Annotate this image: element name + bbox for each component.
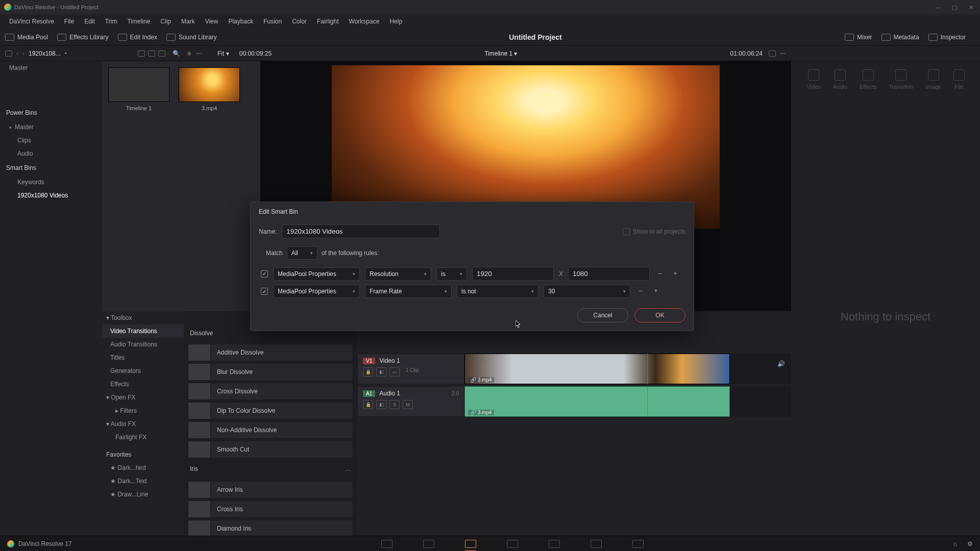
- playhead[interactable]: [647, 386, 648, 417]
- search-icon[interactable]: 🔍: [173, 50, 180, 57]
- nav-cut-page[interactable]: [423, 540, 434, 548]
- fit-dropdown[interactable]: Fit ▾: [217, 50, 229, 57]
- speaker-icon[interactable]: 🔊: [777, 360, 785, 367]
- nav-back-icon[interactable]: ‹: [16, 50, 18, 57]
- edit-index-toggle[interactable]: Edit Index: [118, 34, 157, 41]
- smart-bin-980x551[interactable]: 980x551 Videos: [0, 189, 102, 202]
- menu-trim[interactable]: Trim: [100, 18, 122, 25]
- rule-group-select[interactable]: MediaPool Properties: [273, 267, 360, 281]
- timeline-name[interactable]: Timeline 1 ▾: [272, 50, 730, 57]
- video-clip[interactable]: 🔗 3.mp4: [464, 354, 730, 384]
- rule-group-select[interactable]: MediaPool Properties: [273, 285, 360, 298]
- track-enable-icon[interactable]: ▭: [389, 367, 400, 377]
- toolbox-effects[interactable]: Effects: [102, 378, 184, 391]
- nav-color-page[interactable]: [549, 540, 560, 548]
- home-icon[interactable]: ⌂: [953, 540, 957, 547]
- bin-master[interactable]: Master: [0, 61, 102, 74]
- menu-view[interactable]: View: [200, 18, 224, 25]
- toolbox-filters[interactable]: ▸ Filters: [102, 404, 184, 417]
- rule-field-select[interactable]: Frame Rate: [365, 285, 452, 298]
- audio-track-lane[interactable]: 🔗 3.mp4: [464, 386, 791, 417]
- toolbox-video-transitions[interactable]: Video Transitions: [102, 324, 184, 338]
- auto-select-icon[interactable]: ◧: [376, 367, 386, 377]
- metadata-toggle[interactable]: Metadata: [881, 34, 919, 41]
- pool-item-timeline[interactable]: Timeline 1: [108, 67, 169, 147]
- video-track-lane[interactable]: 🔗 3.mp4: [464, 354, 791, 384]
- favorite-item[interactable]: ★ Draw...Line: [102, 488, 184, 501]
- menu-playback[interactable]: Playback: [223, 18, 258, 25]
- remove-rule-button[interactable]: –: [635, 286, 646, 296]
- fx-arrow-iris[interactable]: Arrow Iris: [188, 481, 353, 498]
- audio-track-header[interactable]: A1Audio 12.0 🔒 ◧ S M: [357, 386, 464, 417]
- favorite-item[interactable]: ★ Dark...hird: [102, 461, 184, 474]
- playhead[interactable]: [647, 354, 648, 384]
- minimize-button[interactable]: —: [933, 2, 943, 12]
- power-bin-audio[interactable]: Audio: [0, 147, 102, 160]
- maximize-button[interactable]: ▢: [949, 2, 960, 12]
- rule-field-select[interactable]: Resolution: [365, 267, 431, 281]
- rule-op-select[interactable]: is: [436, 267, 467, 281]
- collapse-icon[interactable]: ︿: [345, 465, 351, 474]
- close-button[interactable]: ✕: [966, 2, 976, 12]
- effects-library-toggle[interactable]: Effects Library: [57, 34, 108, 41]
- menu-edit[interactable]: Edit: [79, 18, 100, 25]
- power-bin-master[interactable]: Master: [0, 120, 102, 134]
- inspector-tab-file[interactable]: File: [953, 69, 965, 90]
- mute-button[interactable]: M: [403, 400, 413, 409]
- viewer-more-icon[interactable]: ⋯: [780, 50, 786, 57]
- toolbox-titles[interactable]: Titles: [102, 351, 184, 364]
- lock-icon[interactable]: 🔒: [363, 367, 373, 377]
- match-mode-select[interactable]: All: [287, 246, 317, 260]
- nav-deliver-page[interactable]: [632, 540, 644, 548]
- fx-smooth-cut[interactable]: Smooth Cut: [188, 441, 353, 458]
- smart-bin-keywords[interactable]: Keywords: [0, 176, 102, 189]
- more-icon[interactable]: ⋯: [196, 50, 202, 57]
- menu-fusion[interactable]: Fusion: [258, 18, 287, 25]
- fx-blur-dissolve[interactable]: Blur Dissolve: [188, 363, 353, 381]
- view-thumb-icon[interactable]: [138, 51, 145, 57]
- rule-width-input[interactable]: [472, 267, 554, 281]
- menu-davinci[interactable]: DaVinci Resolve: [4, 18, 59, 25]
- toolbox-audiofx[interactable]: ▾ Audio FX: [102, 417, 184, 431]
- nav-fwd-icon[interactable]: ›: [22, 50, 24, 57]
- mixer-toggle[interactable]: Mixer: [845, 34, 872, 41]
- fx-dip-to-color[interactable]: Dip To Color Dissolve: [188, 402, 353, 419]
- menu-timeline[interactable]: Timeline: [122, 18, 155, 25]
- menu-mark[interactable]: Mark: [176, 18, 200, 25]
- fx-cross-iris[interactable]: Cross Iris: [188, 500, 353, 518]
- remove-rule-button[interactable]: –: [655, 269, 665, 279]
- favorite-item[interactable]: ★ Dark...Text: [102, 474, 184, 488]
- pool-item-clip[interactable]: 3.mp4: [179, 67, 240, 147]
- inspector-tab-image[interactable]: Image: [925, 69, 941, 90]
- solo-button[interactable]: S: [389, 400, 400, 409]
- view-grid-icon[interactable]: [148, 51, 155, 57]
- auto-select-icon[interactable]: ◧: [376, 400, 386, 409]
- menu-clip[interactable]: Clip: [155, 18, 176, 25]
- menu-file[interactable]: File: [59, 18, 79, 25]
- inspector-tab-effects[interactable]: Effects: [860, 69, 876, 90]
- toolbox-header[interactable]: ▾ Toolbox: [102, 311, 184, 324]
- rule-op-select[interactable]: is not: [457, 285, 538, 298]
- cancel-button[interactable]: Cancel: [577, 308, 628, 322]
- menu-workspace[interactable]: Workspace: [344, 18, 385, 25]
- show-all-checkbox[interactable]: [623, 228, 630, 235]
- menu-help[interactable]: Help: [384, 18, 407, 25]
- rule-value-select[interactable]: 30: [544, 285, 630, 298]
- toolbox-generators[interactable]: Generators: [102, 364, 184, 378]
- rule-enable-checkbox[interactable]: ✓: [261, 288, 268, 295]
- nav-media-page[interactable]: [381, 540, 393, 548]
- media-pool-toggle[interactable]: Media Pool: [5, 34, 48, 41]
- inspector-tab-transition[interactable]: Transition: [889, 69, 914, 90]
- audio-clip[interactable]: 🔗 3.mp4: [464, 386, 730, 417]
- rule-height-input[interactable]: [568, 267, 650, 281]
- bin-list-icon[interactable]: [5, 51, 12, 57]
- fx-additive-dissolve[interactable]: Additive Dissolve: [188, 344, 353, 361]
- menu-fairlight[interactable]: Fairlight: [312, 18, 344, 25]
- add-rule-button[interactable]: +: [670, 269, 680, 279]
- fx-non-additive[interactable]: Non-Additive Dissolve: [188, 421, 353, 439]
- fx-diamond-iris[interactable]: Diamond Iris: [188, 520, 353, 536]
- sound-library-toggle[interactable]: Sound Library: [166, 34, 217, 41]
- view-list-icon[interactable]: [158, 51, 165, 57]
- toolbox-fairlight[interactable]: Fairlight FX: [102, 431, 184, 444]
- sort-icon[interactable]: ≡: [187, 50, 191, 57]
